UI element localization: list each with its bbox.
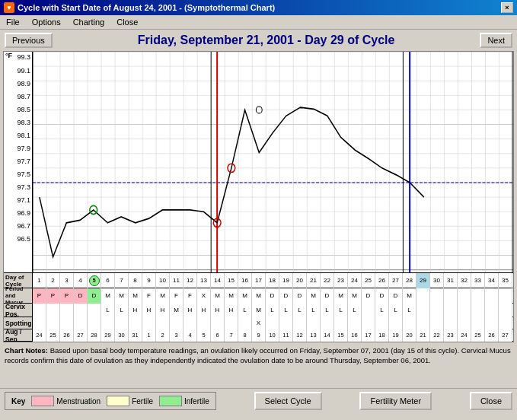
date-title: Friday, September 21, 2001 - Day 29 of C…: [59, 33, 474, 47]
table-cell: 26: [485, 329, 499, 342]
table-cell: D: [279, 288, 293, 304]
table-cell: [74, 304, 88, 317]
previous-button[interactable]: Previous: [5, 33, 53, 48]
table-cell: M: [252, 304, 266, 317]
table-cell: 12: [293, 329, 307, 342]
table-cell: M: [129, 288, 142, 304]
fertility-meter-button[interactable]: Fertility Meter: [359, 392, 432, 410]
day-cell: 31: [444, 273, 458, 288]
table-cell: [307, 317, 321, 329]
table-cell: M: [403, 288, 416, 304]
table-cell: F: [184, 288, 197, 304]
table-cell: L: [307, 304, 321, 317]
day-cell: 19: [279, 273, 293, 288]
table-cell: M: [238, 288, 252, 304]
table-cell: [279, 317, 293, 329]
table-cell: [499, 288, 512, 304]
table-cell: H: [129, 304, 142, 317]
key-menstruation: Menstruation: [31, 396, 101, 406]
table-cell: [362, 317, 375, 329]
day-cell: 23: [334, 273, 348, 288]
table-cell: 29: [101, 329, 115, 342]
day-cell: 6: [101, 273, 115, 288]
table-cell: [416, 288, 430, 304]
table-cell: 27: [499, 329, 512, 342]
table-cell: [74, 317, 88, 329]
table-cell: L: [279, 304, 293, 317]
table-cell: [129, 317, 142, 329]
key-infertile: Infertile: [159, 396, 209, 406]
table-cell: L: [334, 304, 348, 317]
menu-close[interactable]: Close: [113, 17, 141, 27]
close-button[interactable]: ×: [501, 2, 513, 13]
table-cell: [115, 317, 129, 329]
day-cell: 35: [499, 273, 512, 288]
table-cell: 5: [197, 329, 211, 342]
table-cell: 19: [389, 329, 403, 342]
table-cell: [348, 317, 362, 329]
bottom-area: Key Menstruation Fertile Infertile Selec…: [0, 388, 517, 413]
table-cell: 17: [362, 329, 375, 342]
day-cell: 28: [403, 273, 416, 288]
day-cell: 21: [307, 273, 321, 288]
day-cell: 22: [321, 273, 334, 288]
table-cell: D: [362, 288, 375, 304]
key-fertile: Fertile: [107, 396, 153, 406]
day-cell: 11: [170, 273, 184, 288]
menu-charting[interactable]: Charting: [70, 17, 108, 27]
table-cell: M: [170, 304, 184, 317]
table-cell: 14: [321, 329, 334, 342]
day-cell: 15: [225, 273, 238, 288]
day-cell: 33: [471, 273, 485, 288]
table-cell: 11: [279, 329, 293, 342]
table-cell: 2: [156, 329, 170, 342]
table-cell: [101, 317, 115, 329]
close-button-bottom[interactable]: Close: [470, 392, 512, 410]
table-cell: [444, 288, 458, 304]
table-cell: [197, 317, 211, 329]
table-cell: [403, 317, 416, 329]
table-cell: 28: [88, 329, 101, 342]
table-cell: L: [266, 304, 279, 317]
table-cell: 30: [115, 329, 129, 342]
notes-text: Based upon basal body temperature readin…: [5, 346, 511, 364]
table-cell: [375, 317, 389, 329]
next-button[interactable]: Next: [480, 33, 512, 48]
table-cell: 22: [430, 329, 444, 342]
table-cell: [458, 317, 471, 329]
table-cell: [416, 317, 430, 329]
table-cell: L: [375, 304, 389, 317]
chart-container: °F 99.3 99.1 98.9 98.7 98.5 98.3 98.1 97…: [3, 51, 514, 342]
day-cell: 16: [238, 273, 252, 288]
table-cell: [458, 288, 471, 304]
y-unit-label: °F: [5, 52, 12, 59]
table-cell: H: [211, 304, 225, 317]
table-cell: H: [142, 304, 156, 317]
table-cell: [46, 317, 60, 329]
table-cell: 24: [458, 329, 471, 342]
table-cell: 4: [184, 329, 197, 342]
menu-options[interactable]: Options: [29, 17, 64, 27]
table-cell: [46, 304, 60, 317]
table-cell: 25: [46, 329, 60, 342]
day-cell: 17: [252, 273, 266, 288]
period-mucus-label: Period and Mucus: [4, 288, 33, 303]
table-cell: [471, 317, 485, 329]
select-cycle-button[interactable]: Select Cycle: [254, 392, 322, 410]
day-cell: 26: [375, 273, 389, 288]
table-cell: 13: [307, 329, 321, 342]
table-cell: 27: [74, 329, 88, 342]
table-cell: H: [184, 304, 197, 317]
table-cell: 8: [238, 329, 252, 342]
day-cell: 3: [60, 273, 74, 288]
table-cell: [88, 317, 101, 329]
day-cell: 18: [266, 273, 279, 288]
table-cell: 23: [444, 329, 458, 342]
table-cell: [485, 304, 499, 317]
table-cell: L: [321, 304, 334, 317]
day-cell: 5: [88, 273, 101, 288]
table-cell: [389, 317, 403, 329]
day-cell: 13: [197, 273, 211, 288]
table-cell: 3: [170, 329, 184, 342]
menu-file[interactable]: File: [3, 17, 23, 27]
